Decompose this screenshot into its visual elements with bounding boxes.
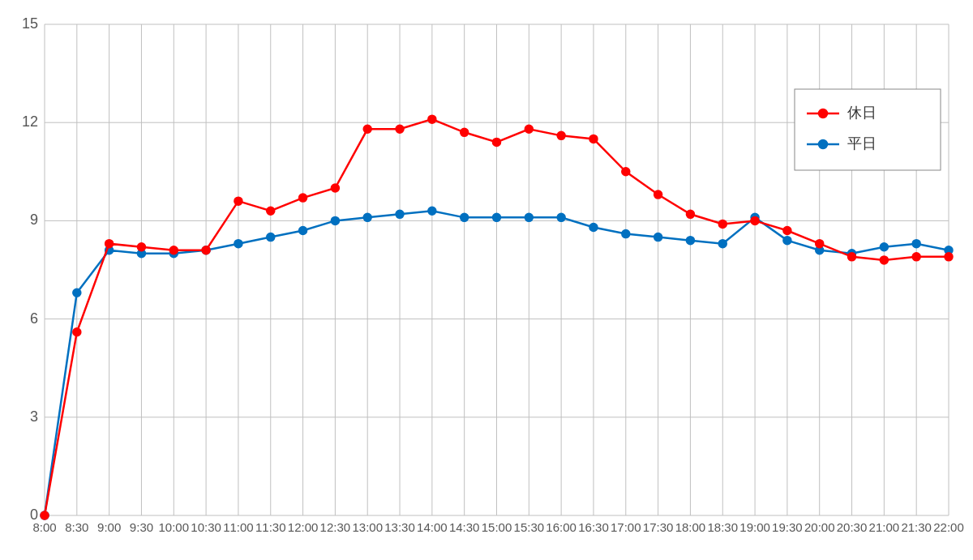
chart-canvas (0, 0, 973, 560)
chart-container (0, 0, 973, 560)
